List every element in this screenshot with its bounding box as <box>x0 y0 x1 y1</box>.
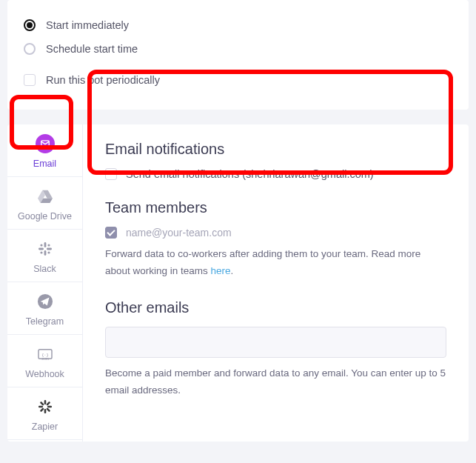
other-emails-input[interactable] <box>105 327 446 358</box>
webhook-icon: {·}JSON <box>35 344 56 364</box>
sidebar-item-label: Slack <box>33 264 56 274</box>
sidebar-item-label: Google Drive <box>18 211 72 221</box>
schedule-card: Start immediately Schedule start time Ru… <box>7 0 469 110</box>
email-notifications-section: Email notifications Send email notificat… <box>105 141 446 180</box>
svg-rect-3 <box>38 248 44 250</box>
svg-rect-20 <box>46 407 50 412</box>
sidebar-item-webhook[interactable]: {·}JSON Webhook <box>7 335 82 387</box>
team-members-section: Team members name@your-team.com Forward … <box>105 199 446 280</box>
other-emails-helper: Become a paid member and forward data to… <box>105 365 446 399</box>
svg-point-8 <box>47 251 50 253</box>
sidebar-item-label: Telegram <box>26 316 64 327</box>
team-email-placeholder: name@your-team.com <box>126 227 232 239</box>
checkbox-run-periodically[interactable]: Run this bot periodically <box>24 68 452 92</box>
sidebar-item-label: Zapier <box>32 422 58 432</box>
radio-schedule-start[interactable]: Schedule start time <box>24 37 452 61</box>
radio-label: Schedule start time <box>46 43 138 55</box>
section-title: Other emails <box>105 299 446 316</box>
email-icon <box>35 133 56 154</box>
section-title: Email notifications <box>105 141 446 158</box>
sidebar-item-google-drive[interactable]: Google Drive <box>7 177 82 230</box>
slack-icon <box>35 239 56 259</box>
radio-start-immediately[interactable]: Start immediately <box>24 13 452 37</box>
svg-rect-19 <box>39 402 44 406</box>
svg-rect-4 <box>47 248 52 250</box>
team-email-input-row[interactable]: name@your-team.com <box>105 227 446 239</box>
svg-text:{·}: {·} <box>41 353 49 357</box>
svg-rect-15 <box>38 406 43 408</box>
radio-icon <box>24 43 36 55</box>
radio-label: Start immediately <box>46 19 129 31</box>
svg-rect-17 <box>46 402 50 406</box>
teams-help-link[interactable]: here <box>211 265 231 276</box>
zapier-icon <box>35 396 56 417</box>
google-drive-icon <box>35 186 56 207</box>
svg-rect-18 <box>39 407 44 412</box>
svg-point-5 <box>40 244 42 246</box>
svg-rect-2 <box>44 250 46 256</box>
telegram-icon <box>35 291 56 312</box>
sidebar-item-slack[interactable]: Slack <box>7 230 82 282</box>
checkbox-send-email[interactable]: Send email notifications (shehriarawan@g… <box>105 168 446 180</box>
integration-sidebar: Email Google Drive Slac <box>7 124 83 442</box>
notifications-panel: Email Google Drive Slac <box>7 124 469 442</box>
checkbox-icon <box>105 168 117 180</box>
svg-rect-1 <box>44 242 46 247</box>
sidebar-item-email[interactable]: Email <box>7 124 82 177</box>
checkbox-label: Send email notifications (shehriarawan@g… <box>126 168 374 180</box>
svg-point-7 <box>40 251 42 253</box>
svg-text:JSON: JSON <box>41 358 49 361</box>
checkbox-icon <box>105 227 117 239</box>
svg-rect-16 <box>47 406 52 408</box>
notifications-content: Email notifications Send email notificat… <box>83 124 469 442</box>
other-emails-section: Other emails Become a paid member and fo… <box>105 299 446 399</box>
section-title: Team members <box>105 199 446 216</box>
svg-rect-14 <box>44 409 46 413</box>
sidebar-item-zapier[interactable]: Zapier <box>7 387 82 440</box>
checkbox-label: Run this bot periodically <box>46 74 160 86</box>
svg-point-6 <box>47 244 50 246</box>
sidebar-item-telegram[interactable]: Telegram <box>7 282 82 335</box>
radio-icon <box>24 19 36 31</box>
sidebar-item-label: Email <box>33 159 56 169</box>
checkbox-icon <box>24 74 36 86</box>
team-members-helper: Forward data to co-workers after adding … <box>105 246 446 280</box>
sidebar-item-label: Webhook <box>25 369 64 379</box>
svg-rect-13 <box>44 400 46 404</box>
